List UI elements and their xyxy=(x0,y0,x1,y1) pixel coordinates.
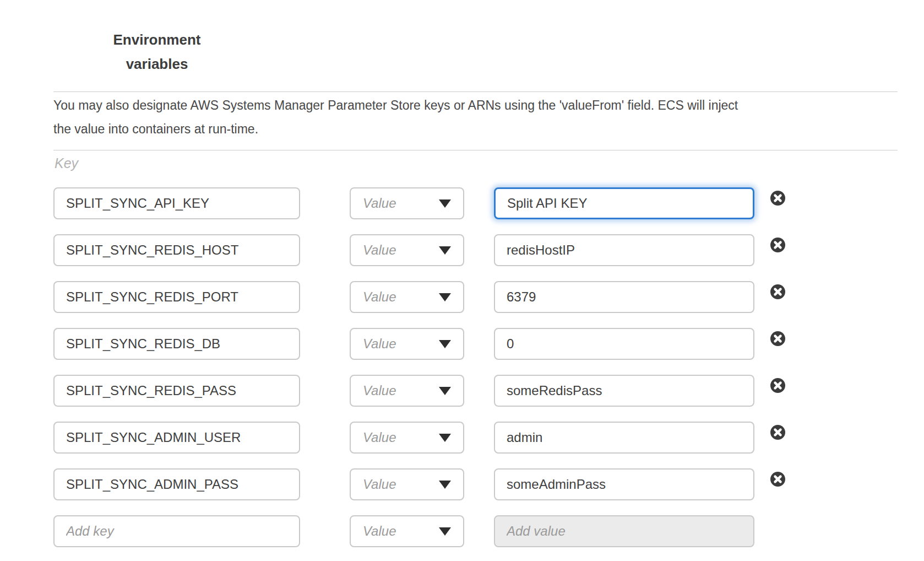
description-line: the value into containers at run-time. xyxy=(53,117,898,141)
env-var-row: Value xyxy=(53,422,846,454)
env-key-input[interactable] xyxy=(53,234,300,266)
chevron-down-icon xyxy=(439,481,451,489)
env-key-input[interactable] xyxy=(53,375,300,407)
value-type-select[interactable]: Value xyxy=(350,468,464,500)
env-value-input[interactable] xyxy=(494,234,754,266)
remove-row-button[interactable] xyxy=(770,378,785,393)
env-value-input[interactable] xyxy=(494,187,754,219)
env-value-input[interactable] xyxy=(494,468,754,500)
value-type-select[interactable]: Value xyxy=(350,515,464,547)
add-value-input[interactable] xyxy=(494,515,754,547)
env-key-input[interactable] xyxy=(53,468,300,500)
circle-x-icon xyxy=(770,378,785,393)
env-value-input[interactable] xyxy=(494,375,754,407)
env-var-row: Value xyxy=(53,234,846,266)
chevron-down-icon xyxy=(439,527,451,536)
env-key-input[interactable] xyxy=(53,187,300,219)
circle-x-icon xyxy=(770,238,785,252)
chevron-down-icon xyxy=(439,199,451,208)
value-type-label: Value xyxy=(363,242,396,258)
value-type-select[interactable]: Value xyxy=(350,234,464,266)
env-var-row: Value xyxy=(53,468,846,500)
chevron-down-icon xyxy=(439,340,451,348)
remove-row-button[interactable] xyxy=(770,331,785,346)
add-env-var-row: Value xyxy=(53,515,846,547)
env-key-input[interactable] xyxy=(53,281,300,313)
value-type-label: Value xyxy=(363,289,396,305)
value-type-label: Value xyxy=(363,477,396,492)
section-title: Environment variables xyxy=(88,28,226,76)
remove-row-button[interactable] xyxy=(770,191,785,206)
chevron-down-icon xyxy=(439,387,451,395)
description-line: You may also designate AWS Systems Manag… xyxy=(53,94,898,117)
divider xyxy=(53,150,898,150)
env-var-row: Value xyxy=(53,187,846,219)
remove-row-button[interactable] xyxy=(770,284,785,299)
value-type-label: Value xyxy=(363,336,396,352)
remove-row-button[interactable] xyxy=(770,238,785,252)
remove-row-button[interactable] xyxy=(770,425,785,440)
value-type-label: Value xyxy=(363,524,396,539)
value-type-select[interactable]: Value xyxy=(350,281,464,313)
circle-x-icon xyxy=(770,472,785,487)
value-type-select[interactable]: Value xyxy=(350,422,464,454)
env-value-input[interactable] xyxy=(494,328,754,360)
value-type-label: Value xyxy=(363,196,396,211)
chevron-down-icon xyxy=(439,293,451,301)
value-type-select[interactable]: Value xyxy=(350,328,464,360)
env-key-input[interactable] xyxy=(53,328,300,360)
add-key-input[interactable] xyxy=(53,515,300,547)
environment-variables-section: Environment variables You may also desig… xyxy=(0,0,924,561)
chevron-down-icon xyxy=(439,434,451,442)
value-type-label: Value xyxy=(363,430,396,445)
value-type-label: Value xyxy=(363,383,396,398)
key-column-header: Key xyxy=(55,155,78,171)
value-type-select[interactable]: Value xyxy=(350,187,464,219)
env-var-row: Value xyxy=(53,328,846,360)
remove-row-button[interactable] xyxy=(770,472,785,487)
circle-x-icon xyxy=(770,425,785,440)
env-var-row: Value xyxy=(53,375,846,407)
circle-x-icon xyxy=(770,191,785,206)
value-type-select[interactable]: Value xyxy=(350,375,464,407)
env-value-input[interactable] xyxy=(494,281,754,313)
circle-x-icon xyxy=(770,331,785,346)
section-description: You may also designate AWS Systems Manag… xyxy=(53,94,898,141)
env-var-row: Value xyxy=(53,281,846,313)
env-key-input[interactable] xyxy=(53,422,300,454)
divider xyxy=(53,91,898,92)
circle-x-icon xyxy=(770,284,785,299)
chevron-down-icon xyxy=(439,246,451,255)
env-value-input[interactable] xyxy=(494,422,754,454)
